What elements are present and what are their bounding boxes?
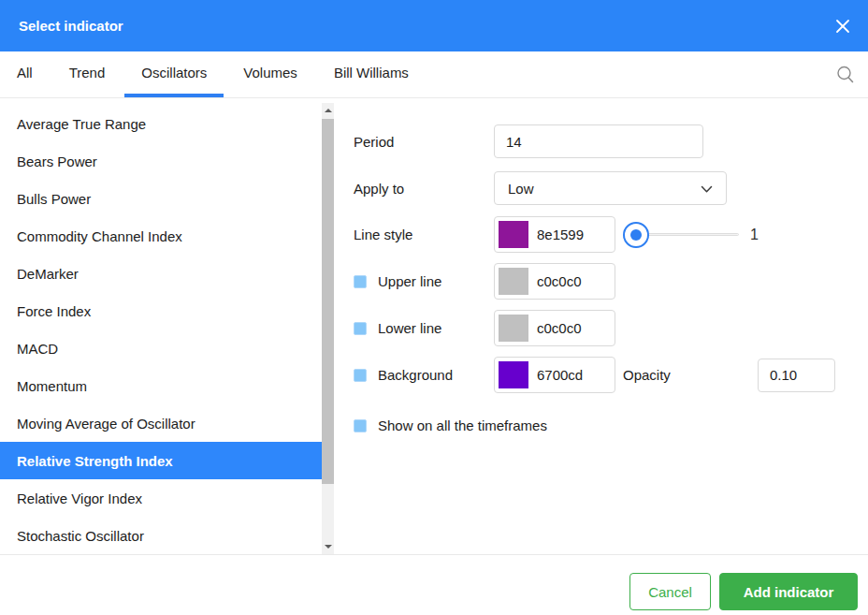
upper-line-row: Upper line c0c0c0 <box>354 263 868 300</box>
period-label: Period <box>354 134 494 150</box>
add-indicator-button[interactable]: Add indicator <box>719 573 858 610</box>
select-indicator-dialog: Select indicator All Trend Oscillators V… <box>0 0 868 615</box>
tab-all-label: All <box>17 65 33 81</box>
search-icon[interactable] <box>832 51 859 97</box>
line-color-hex: 8e1599 <box>537 227 584 242</box>
apply-to-label: Apply to <box>354 181 494 197</box>
slider-thumb-dot <box>630 229 642 241</box>
list-item[interactable]: Moving Average of Oscillator <box>0 404 322 442</box>
list-item[interactable]: Stochastic Oscillator <box>0 517 322 554</box>
dialog-footer: Cancel Add indicator <box>0 554 868 615</box>
slider-thumb[interactable] <box>623 222 649 248</box>
upper-line-color-hex: c0c0c0 <box>537 273 582 289</box>
list-scrollbar[interactable] <box>322 103 334 554</box>
indicator-list: Average True Range Bears Power Bulls Pow… <box>0 98 335 554</box>
line-width-slider[interactable] <box>623 221 739 249</box>
apply-to-value: Low <box>508 181 534 197</box>
slider-track[interactable] <box>636 233 739 236</box>
background-color-hex: 6700cd <box>537 367 583 383</box>
list-item[interactable]: DeMarker <box>0 255 322 292</box>
tab-oscillators[interactable]: Oscillators <box>124 51 224 97</box>
upper-line-color-picker[interactable]: c0c0c0 <box>494 263 615 300</box>
close-icon[interactable] <box>832 16 853 37</box>
chevron-down-icon <box>701 181 713 197</box>
indicator-settings: Period Apply to Low Line style <box>335 98 868 554</box>
line-style-row: Line style 8e1599 1 <box>354 216 868 253</box>
line-color-swatch <box>499 221 528 248</box>
upper-line-color-swatch <box>499 268 528 295</box>
show-all-timeframes-checkbox[interactable] <box>354 419 367 432</box>
list-item[interactable]: Average True Range <box>0 105 322 142</box>
background-label: Background <box>378 367 453 383</box>
lower-line-color-swatch <box>499 315 528 342</box>
opacity-input[interactable] <box>758 359 835 392</box>
tab-trend[interactable]: Trend <box>52 51 123 97</box>
tab-oscillators-label: Oscillators <box>141 65 207 81</box>
list-item[interactable]: MACD <box>0 329 322 367</box>
scroll-down-icon[interactable] <box>322 539 334 554</box>
list-item[interactable]: Force Index <box>0 292 322 329</box>
dialog-body: Average True Range Bears Power Bulls Pow… <box>0 98 868 554</box>
lower-line-row: Lower line c0c0c0 <box>354 310 868 346</box>
background-color-swatch <box>499 361 528 388</box>
list-item[interactable]: Momentum <box>0 367 322 404</box>
line-color-picker[interactable]: 8e1599 <box>494 216 615 253</box>
opacity-label: Opacity <box>623 367 758 383</box>
line-width-value: 1 <box>750 227 759 243</box>
lower-line-color-picker[interactable]: c0c0c0 <box>494 310 615 346</box>
dialog-title: Select indicator <box>19 18 123 34</box>
tab-trend-label: Trend <box>69 65 106 81</box>
tab-volumes[interactable]: Volumes <box>226 51 314 97</box>
upper-line-label: Upper line <box>378 273 441 289</box>
list-item-selected[interactable]: Relative Strength Index <box>0 442 322 479</box>
apply-to-select[interactable]: Low <box>494 171 727 205</box>
scrollbar-track[interactable] <box>322 118 334 539</box>
tab-bill-williams-label: Bill Williams <box>334 65 409 81</box>
cancel-button[interactable]: Cancel <box>629 573 711 610</box>
dialog-header: Select indicator <box>0 0 868 51</box>
category-tabs: All Trend Oscillators Volumes Bill Willi… <box>0 51 868 98</box>
tab-volumes-label: Volumes <box>243 65 297 81</box>
lower-line-checkbox[interactable] <box>354 322 367 335</box>
list-item[interactable]: Commodity Channel Index <box>0 217 322 255</box>
period-input[interactable] <box>494 124 703 158</box>
upper-line-checkbox[interactable] <box>354 275 367 288</box>
tab-bill-williams[interactable]: Bill Williams <box>317 51 426 97</box>
apply-to-row: Apply to Low <box>354 171 868 205</box>
background-row: Background 6700cd Opacity <box>354 357 868 393</box>
show-all-timeframes-row: Show on all the timeframes <box>354 417 868 433</box>
background-checkbox[interactable] <box>354 369 367 382</box>
background-color-picker[interactable]: 6700cd <box>494 357 615 393</box>
list-item[interactable]: Bears Power <box>0 142 322 180</box>
lower-line-label: Lower line <box>378 320 441 336</box>
line-width-control: 1 <box>623 221 759 249</box>
line-style-label: Line style <box>354 227 494 242</box>
scroll-up-icon[interactable] <box>322 103 334 118</box>
tab-all[interactable]: All <box>0 51 50 97</box>
list-item[interactable]: Relative Vigor Index <box>0 479 322 517</box>
show-all-timeframes-label: Show on all the timeframes <box>378 417 547 433</box>
scrollbar-thumb[interactable] <box>322 119 334 484</box>
lower-line-color-hex: c0c0c0 <box>537 320 582 336</box>
period-row: Period <box>354 124 868 158</box>
list-item[interactable]: Bulls Power <box>0 180 322 217</box>
